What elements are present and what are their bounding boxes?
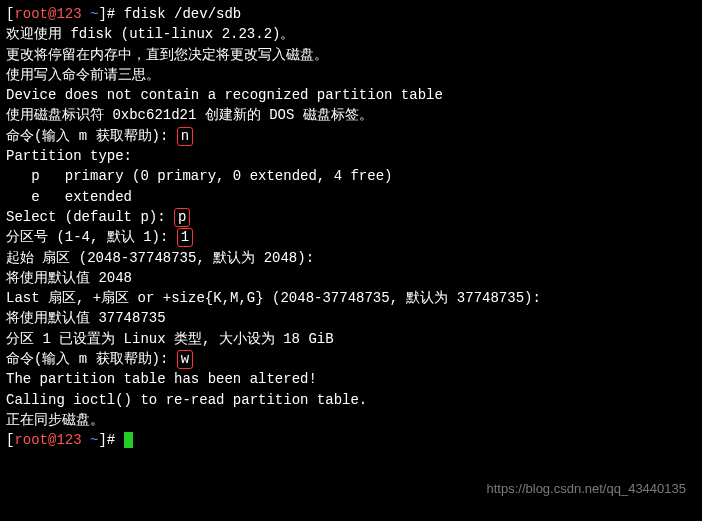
terminal-cursor[interactable] xyxy=(124,432,133,448)
terminal-line: p primary (0 primary, 0 extended, 4 free… xyxy=(6,166,696,186)
prompt-bracket-close: ]# xyxy=(98,432,123,448)
terminal-line-input: Select (default p): p xyxy=(6,207,696,227)
terminal-line-prompt[interactable]: [root@123 ~]# xyxy=(6,430,696,450)
highlight-input-p: p xyxy=(174,208,190,227)
highlight-input-n: n xyxy=(177,127,193,146)
terminal-line: 分区 1 已设置为 Linux 类型, 大小设为 18 GiB xyxy=(6,329,696,349)
prompt-path: ~ xyxy=(82,432,99,448)
terminal-line: Partition type: xyxy=(6,146,696,166)
prompt-text: Select (default p): xyxy=(6,209,174,225)
terminal-line-input: 命令(输入 m 获取帮助): w xyxy=(6,349,696,369)
terminal-line: 使用写入命令前请三思。 xyxy=(6,65,696,85)
terminal-line-input: 命令(输入 m 获取帮助): n xyxy=(6,126,696,146)
prompt-text: 命令(输入 m 获取帮助): xyxy=(6,351,177,367)
terminal-line: Calling ioctl() to re-read partition tab… xyxy=(6,390,696,410)
prompt-path: ~ xyxy=(82,6,99,22)
terminal-line: 更改将停留在内存中，直到您决定将更改写入磁盘。 xyxy=(6,45,696,65)
prompt-text: 分区号 (1-4, 默认 1): xyxy=(6,229,177,245)
prompt-text: 命令(输入 m 获取帮助): xyxy=(6,128,177,144)
terminal-line: The partition table has been altered! xyxy=(6,369,696,389)
prompt-user: root@123 xyxy=(14,6,81,22)
watermark-text: https://blog.csdn.net/qq_43440135 xyxy=(487,480,687,499)
terminal-line: Device does not contain a recognized par… xyxy=(6,85,696,105)
terminal-line: 将使用默认值 2048 xyxy=(6,268,696,288)
terminal-line: 使用磁盘标识符 0xbc621d21 创建新的 DOS 磁盘标签。 xyxy=(6,105,696,125)
terminal-line-input: 分区号 (1-4, 默认 1): 1 xyxy=(6,227,696,247)
terminal-line: 起始 扇区 (2048-37748735, 默认为 2048): xyxy=(6,248,696,268)
prompt-bracket-close: ]# xyxy=(98,6,123,22)
terminal-line: e extended xyxy=(6,187,696,207)
prompt-user: root@123 xyxy=(14,432,81,448)
highlight-input-1: 1 xyxy=(177,228,193,247)
terminal-line: 正在同步磁盘。 xyxy=(6,410,696,430)
terminal-line: 欢迎使用 fdisk (util-linux 2.23.2)。 xyxy=(6,24,696,44)
command-text: fdisk /dev/sdb xyxy=(124,6,242,22)
terminal-line-1: [root@123 ~]# fdisk /dev/sdb xyxy=(6,4,696,24)
highlight-input-w: w xyxy=(177,350,193,369)
terminal-line: Last 扇区, +扇区 or +size{K,M,G} (2048-37748… xyxy=(6,288,696,308)
terminal-line: 将使用默认值 37748735 xyxy=(6,308,696,328)
